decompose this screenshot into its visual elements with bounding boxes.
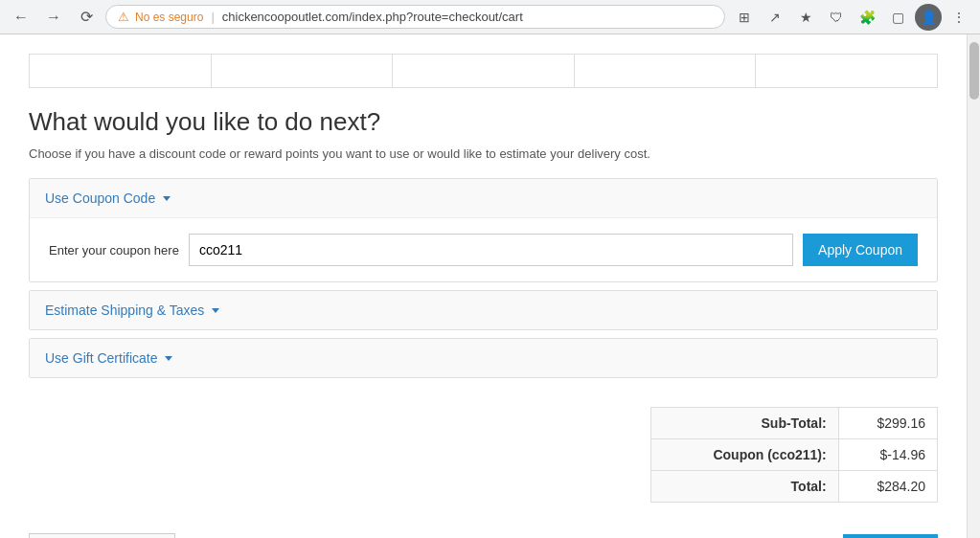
strip-cell-2 — [212, 55, 394, 87]
back-button[interactable]: ← — [8, 4, 34, 31]
menu-icon[interactable]: ⋮ — [946, 4, 972, 31]
url-bar[interactable]: ⚠ No es seguro | chickencoopoutlet.com/i… — [105, 5, 725, 29]
continue-shopping-button[interactable]: Continue Shopping — [29, 533, 175, 538]
translate-icon[interactable]: ⊞ — [731, 4, 758, 31]
summary-value: $299.16 — [838, 408, 937, 439]
coupon-arrow-icon — [163, 196, 171, 201]
apply-coupon-button[interactable]: Apply Coupon — [803, 234, 918, 266]
window-icon[interactable]: ▢ — [884, 4, 911, 31]
scrollbar-thumb[interactable] — [969, 42, 979, 100]
coupon-accordion-body: Enter your coupon here Apply Coupon — [30, 217, 937, 281]
browser-chrome: ← → ⟳ ⚠ No es seguro | chickencoopoutlet… — [0, 0, 980, 34]
forward-button[interactable]: → — [40, 4, 67, 31]
strip-cell-3 — [393, 55, 575, 87]
summary-value: $284.20 — [838, 471, 937, 503]
bookmark-icon[interactable]: ★ — [792, 4, 819, 31]
security-warning-icon: ⚠ — [118, 10, 129, 24]
scrollbar-track[interactable] — [967, 34, 980, 538]
gift-accordion: Use Gift Certificate — [29, 338, 938, 378]
strip-cell-1 — [30, 55, 212, 87]
summary-table: Sub-Total: $299.16 Coupon (cco211): $-14… — [650, 407, 938, 503]
cast-icon[interactable]: ↗ — [762, 4, 788, 31]
gift-header-label: Use Gift Certificate — [45, 350, 157, 366]
profile-icon[interactable]: 👤 — [915, 4, 942, 31]
summary-label: Coupon (cco211): — [651, 439, 839, 471]
url-text: chickencoopoutlet.com/index.php?route=ch… — [222, 10, 523, 24]
summary-value: $-14.96 — [838, 439, 937, 471]
coupon-header-label: Use Coupon Code — [45, 191, 155, 206]
page-subtitle: Choose if you have a discount code or re… — [29, 146, 938, 161]
summary-label: Total: — [651, 471, 839, 503]
coupon-form: Enter your coupon here Apply Coupon — [49, 234, 918, 266]
shipping-arrow-icon — [212, 308, 219, 313]
bottom-bar: Continue Shopping Checkout — [29, 522, 938, 538]
summary-row: Total: $284.20 — [651, 471, 938, 503]
coupon-input-label: Enter your coupon here — [49, 243, 179, 258]
page-content: What would you like to do next? Choose i… — [0, 34, 967, 538]
shipping-header-label: Estimate Shipping & Taxes — [45, 303, 204, 318]
reload-button[interactable]: ⟳ — [73, 4, 100, 31]
gift-arrow-icon — [165, 356, 172, 361]
shipping-accordion-header[interactable]: Estimate Shipping & Taxes — [30, 291, 937, 329]
shield-icon[interactable]: 🛡 — [823, 4, 850, 31]
coupon-input[interactable] — [189, 234, 793, 266]
security-warning-text: No es seguro — [135, 11, 203, 24]
strip-cell-4 — [575, 55, 757, 87]
summary-label: Sub-Total: — [651, 408, 839, 439]
toolbar-icons: ⊞ ↗ ★ 🛡 🧩 ▢ 👤 ⋮ — [731, 4, 972, 31]
checkout-button[interactable]: Checkout — [843, 534, 938, 538]
page-title: What would you like to do next? — [29, 107, 938, 137]
coupon-accordion-header[interactable]: Use Coupon Code — [30, 179, 937, 217]
strip-cell-5 — [756, 55, 937, 87]
gift-accordion-header[interactable]: Use Gift Certificate — [30, 339, 937, 377]
summary-row: Coupon (cco211): $-14.96 — [651, 439, 938, 471]
table-top-strip — [29, 54, 938, 88]
summary-row: Sub-Total: $299.16 — [651, 408, 938, 439]
coupon-accordion: Use Coupon Code Enter your coupon here A… — [29, 178, 938, 282]
shipping-accordion: Estimate Shipping & Taxes — [29, 290, 938, 330]
puzzle-icon[interactable]: 🧩 — [854, 4, 880, 31]
